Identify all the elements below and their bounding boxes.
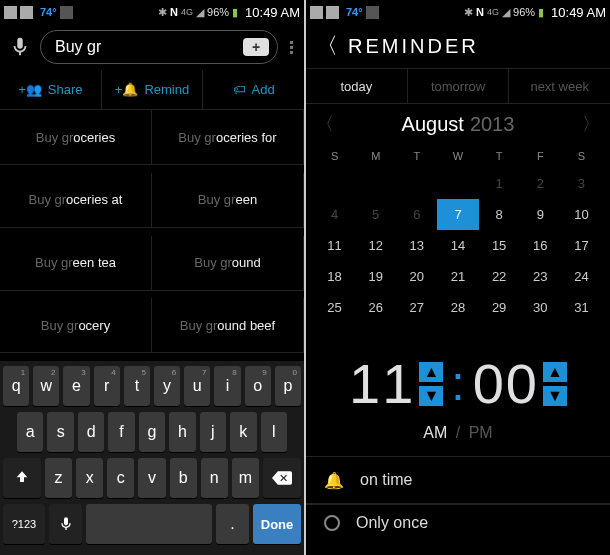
key-g[interactable]: g <box>139 412 165 452</box>
key-p[interactable]: p0 <box>275 366 301 406</box>
key-r[interactable]: r4 <box>94 366 120 406</box>
calendar-day[interactable]: 23 <box>520 261 561 292</box>
calendar-day[interactable]: 25 <box>314 292 355 323</box>
key-z[interactable]: z <box>45 458 72 498</box>
battery-icon: ▮ <box>232 6 238 19</box>
calendar-day[interactable]: 27 <box>396 292 437 323</box>
dow-label: S <box>561 144 602 168</box>
calendar-day[interactable]: 1 <box>479 168 520 199</box>
calendar-day[interactable]: 16 <box>520 230 561 261</box>
search-input[interactable]: Buy gr + <box>40 30 278 64</box>
done-key[interactable]: Done <box>253 504 301 544</box>
calendar-day[interactable]: 28 <box>437 292 478 323</box>
calendar-day[interactable]: 13 <box>396 230 437 261</box>
key-u[interactable]: u7 <box>184 366 210 406</box>
calendar-day[interactable]: 10 <box>561 199 602 230</box>
key-n[interactable]: n <box>201 458 228 498</box>
add-button[interactable]: 🏷Add <box>203 70 304 109</box>
key-c[interactable]: c <box>107 458 134 498</box>
calendar-day[interactable]: 24 <box>561 261 602 292</box>
hour-down-button[interactable]: ▼ <box>419 386 443 406</box>
key-v[interactable]: v <box>138 458 165 498</box>
voice-input-button[interactable] <box>6 33 34 61</box>
calendar-day[interactable]: 17 <box>561 230 602 261</box>
key-l[interactable]: l <box>261 412 287 452</box>
bell-icon: 🔔 <box>324 471 344 490</box>
calendar-day[interactable]: 2 <box>520 168 561 199</box>
calendar-day[interactable]: 18 <box>314 261 355 292</box>
calendar-day[interactable]: 21 <box>437 261 478 292</box>
alert-option[interactable]: 🔔 on time <box>306 456 610 504</box>
calendar-day[interactable]: 4 <box>314 199 355 230</box>
key-o[interactable]: o9 <box>245 366 271 406</box>
suggestion-item[interactable]: Buy green tea <box>0 236 152 291</box>
suggestion-item[interactable]: Buy ground beef <box>152 298 304 353</box>
space-key[interactable] <box>86 504 212 544</box>
calendar-day[interactable]: 20 <box>396 261 437 292</box>
status-bar: 74° ✱ N 4G ◢ 96% ▮ 10:49 AM <box>0 0 304 24</box>
next-month-button[interactable]: 〉 <box>582 112 600 136</box>
repeat-option[interactable]: Only once <box>306 504 610 540</box>
calendar-day[interactable]: 11 <box>314 230 355 261</box>
nfc-icon: N <box>170 6 178 18</box>
calendar-day[interactable]: 26 <box>355 292 396 323</box>
key-k[interactable]: k <box>230 412 256 452</box>
back-button[interactable]: 〈 <box>316 31 338 61</box>
backspace-key[interactable] <box>263 458 301 498</box>
calendar-day[interactable]: 29 <box>479 292 520 323</box>
suggestion-item[interactable]: Buy ground <box>152 236 304 291</box>
symbols-key[interactable]: ?123 <box>3 504 45 544</box>
mic-key[interactable] <box>49 504 82 544</box>
suggestion-item[interactable]: Buy groceries <box>0 110 152 165</box>
key-s[interactable]: s <box>47 412 73 452</box>
calendar-day[interactable]: 6 <box>396 199 437 230</box>
suggestion-item[interactable]: Buy groceries at <box>0 173 152 228</box>
share-button[interactable]: +👥Share <box>0 70 102 109</box>
key-b[interactable]: b <box>170 458 197 498</box>
add-pill-button[interactable]: + <box>243 38 269 56</box>
key-w[interactable]: w2 <box>33 366 59 406</box>
calendar-day[interactable]: 30 <box>520 292 561 323</box>
calendar-day[interactable]: 8 <box>479 199 520 230</box>
calendar-day[interactable]: 3 <box>561 168 602 199</box>
key-t[interactable]: t5 <box>124 366 150 406</box>
calendar-day[interactable]: 31 <box>561 292 602 323</box>
calendar-day[interactable]: 12 <box>355 230 396 261</box>
action-bar: +👥Share +🔔Remind 🏷Add <box>0 70 304 110</box>
key-j[interactable]: j <box>200 412 226 452</box>
period-key[interactable]: . <box>216 504 249 544</box>
minute-down-button[interactable]: ▼ <box>543 386 567 406</box>
key-f[interactable]: f <box>108 412 134 452</box>
calendar-day[interactable]: 7 <box>437 199 478 230</box>
dow-label: M <box>355 144 396 168</box>
search-value: Buy gr <box>55 38 101 56</box>
suggestion-item[interactable]: Buy groceries for <box>152 110 304 165</box>
calendar-day[interactable]: 14 <box>437 230 478 261</box>
overflow-menu-button[interactable] <box>284 41 298 54</box>
key-e[interactable]: e3 <box>63 366 89 406</box>
suggestion-item[interactable]: Buy grocery <box>0 298 152 353</box>
key-h[interactable]: h <box>169 412 195 452</box>
remind-button[interactable]: +🔔Remind <box>102 70 204 109</box>
ampm-toggle[interactable]: AM / PM <box>306 424 610 456</box>
key-x[interactable]: x <box>76 458 103 498</box>
key-a[interactable]: a <box>17 412 43 452</box>
key-q[interactable]: q1 <box>3 366 29 406</box>
shift-key[interactable] <box>3 458 41 498</box>
key-y[interactable]: y6 <box>154 366 180 406</box>
suggestion-item[interactable]: Buy green <box>152 173 304 228</box>
key-m[interactable]: m <box>232 458 259 498</box>
key-d[interactable]: d <box>78 412 104 452</box>
tab-nextweek[interactable]: next week <box>509 69 610 103</box>
calendar-day[interactable]: 5 <box>355 199 396 230</box>
tab-today[interactable]: today <box>306 69 408 103</box>
hour-up-button[interactable]: ▲ <box>419 362 443 382</box>
calendar-day[interactable]: 22 <box>479 261 520 292</box>
prev-month-button[interactable]: 〈 <box>316 112 334 136</box>
calendar-day[interactable]: 9 <box>520 199 561 230</box>
calendar-day[interactable]: 19 <box>355 261 396 292</box>
calendar-day[interactable]: 15 <box>479 230 520 261</box>
tab-tomorrow[interactable]: tomorrow <box>408 69 510 103</box>
minute-up-button[interactable]: ▲ <box>543 362 567 382</box>
key-i[interactable]: i8 <box>214 366 240 406</box>
